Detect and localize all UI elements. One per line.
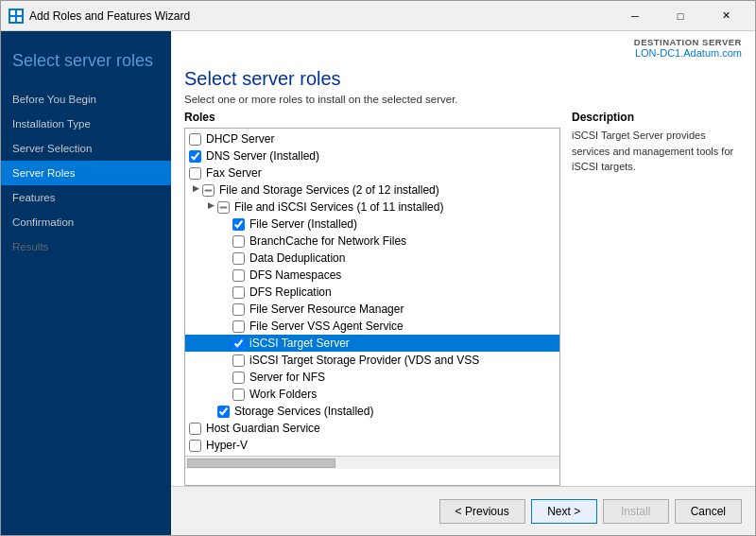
checkbox-dns[interactable]	[189, 150, 201, 163]
svg-rect-3	[17, 17, 22, 22]
role-label-dns: DNS Server (Installed)	[206, 149, 319, 163]
checkbox-fsrm[interactable]	[232, 303, 245, 316]
role-item-storage-svc[interactable]: Storage Services (Installed)	[185, 403, 559, 420]
sidebar-item-confirmation[interactable]: Confirmation	[1, 210, 171, 234]
svg-rect-0	[10, 10, 15, 15]
description-text: iSCSI Target Server provides services an…	[572, 128, 742, 175]
roles-list: DHCP ServerDNS Server (Installed)Fax Ser…	[185, 129, 559, 456]
sidebar-item-results: Results	[1, 234, 171, 259]
role-label-file-storage: File and Storage Services (2 of 12 insta…	[219, 183, 439, 197]
checkbox-dedup[interactable]	[232, 252, 245, 265]
role-item-dhcp[interactable]: DHCP Server	[185, 130, 559, 147]
role-item-file-iscsi[interactable]: ▶File and iSCSI Services (1 of 11 instal…	[185, 199, 559, 216]
role-item-dedup[interactable]: Data Deduplication	[185, 250, 559, 267]
checkbox-file-iscsi[interactable]	[217, 201, 230, 214]
svg-rect-2	[10, 17, 15, 22]
role-label-iscsi-provider: iSCSI Target Storage Provider (VDS and V…	[249, 354, 479, 367]
checkbox-work-folders[interactable]	[232, 389, 245, 401]
tree-toggle-file-iscsi[interactable]: ▶	[204, 200, 217, 214]
sidebar-title: Select server roles	[12, 50, 160, 72]
role-item-file-server[interactable]: File Server (Installed)	[185, 216, 559, 233]
scrollbar-track	[187, 458, 558, 468]
close-button[interactable]: ✕	[704, 1, 747, 31]
role-label-branchcache: BranchCache for Network Files	[249, 234, 406, 248]
role-item-fsrm[interactable]: File Server Resource Manager	[185, 301, 559, 318]
role-label-nfs: Server for NFS	[249, 371, 325, 384]
window-controls: ─ □ ✕	[613, 1, 747, 31]
tree-toggle-file-storage[interactable]: ▶	[189, 183, 202, 197]
role-item-iscsi-provider[interactable]: iSCSI Target Storage Provider (VDS and V…	[185, 352, 559, 369]
sidebar-item-installation-type[interactable]: Installation Type	[1, 112, 171, 136]
checkbox-branchcache[interactable]	[232, 235, 245, 248]
destination-server: LON-DC1.Adatum.com	[184, 47, 742, 59]
role-item-dns[interactable]: DNS Server (Installed)	[185, 147, 559, 164]
role-label-dfs-ns: DFS Namespaces	[249, 268, 341, 282]
description-label: Description	[572, 111, 742, 124]
role-item-guardian[interactable]: Host Guardian Service	[185, 420, 559, 437]
role-label-guardian: Host Guardian Service	[206, 422, 320, 435]
sidebar-nav: Before You Begin Installation Type Serve…	[1, 87, 171, 535]
checkbox-fax[interactable]	[189, 167, 201, 180]
role-item-dfs-ns[interactable]: DFS Namespaces	[185, 267, 559, 284]
sidebar-item-server-selection[interactable]: Server Selection	[1, 136, 171, 161]
role-item-nfs[interactable]: Server for NFS	[185, 369, 559, 386]
page-header: Select server roles Select one or more r…	[171, 61, 755, 111]
role-label-fax: Fax Server	[206, 166, 262, 180]
svg-rect-1	[17, 10, 22, 15]
checkbox-storage-svc[interactable]	[217, 406, 230, 418]
previous-button[interactable]: < Previous	[439, 499, 525, 524]
checkbox-iscsi-provider[interactable]	[232, 354, 245, 367]
sidebar-item-features[interactable]: Features	[1, 185, 171, 210]
checkbox-dfs-ns[interactable]	[232, 269, 245, 282]
description-panel: Description iSCSI Target Server provides…	[572, 111, 742, 486]
footer: < Previous Next > Install Cancel	[171, 486, 755, 535]
destination-label: DESTINATION SERVER	[184, 37, 742, 47]
roles-label: Roles	[184, 111, 560, 124]
role-label-iscsi-target: iSCSI Target Server	[249, 337, 350, 350]
install-button[interactable]: Install	[603, 499, 669, 524]
maximize-button[interactable]: □	[659, 1, 702, 31]
checkbox-fsvss[interactable]	[232, 320, 245, 333]
checkbox-iscsi-target[interactable]	[232, 337, 245, 350]
checkbox-dhcp[interactable]	[189, 133, 201, 146]
destination-info: DESTINATION SERVER LON-DC1.Adatum.com	[171, 31, 755, 61]
role-label-dhcp: DHCP Server	[206, 132, 274, 146]
app-icon	[9, 9, 24, 24]
roles-list-container[interactable]: DHCP ServerDNS Server (Installed)Fax Ser…	[184, 128, 560, 486]
checkbox-hyper-v[interactable]	[189, 440, 201, 452]
roles-area: Roles DHCP ServerDNS Server (Installed)F…	[171, 111, 755, 486]
horizontal-scrollbar[interactable]	[185, 456, 559, 469]
checkbox-file-storage[interactable]	[202, 184, 215, 197]
checkbox-file-server[interactable]	[232, 218, 245, 231]
page-description: Select one or more roles to install on t…	[184, 94, 742, 105]
scrollbar-thumb	[187, 458, 335, 468]
sidebar-item-before-you-begin[interactable]: Before You Begin	[1, 87, 171, 112]
page-title: Select server roles	[184, 68, 742, 90]
window-title: Add Roles and Features Wizard	[29, 9, 613, 23]
role-item-dfs-rep[interactable]: DFS Replication	[185, 284, 559, 301]
roles-panel: Roles DHCP ServerDNS Server (Installed)F…	[184, 111, 560, 486]
role-item-fax[interactable]: Fax Server	[185, 164, 559, 182]
cancel-button[interactable]: Cancel	[675, 499, 742, 524]
role-label-fsrm: File Server Resource Manager	[249, 303, 404, 316]
sidebar-item-server-roles[interactable]: Server Roles	[1, 161, 171, 185]
role-label-dedup: Data Deduplication	[249, 251, 345, 265]
role-item-branchcache[interactable]: BranchCache for Network Files	[185, 233, 559, 250]
minimize-button[interactable]: ─	[613, 1, 657, 31]
role-item-fsvss[interactable]: File Server VSS Agent Service	[185, 318, 559, 335]
role-item-iscsi-target[interactable]: iSCSI Target Server	[185, 335, 559, 352]
role-item-file-storage[interactable]: ▶File and Storage Services (2 of 12 inst…	[185, 182, 559, 199]
checkbox-guardian[interactable]	[189, 423, 201, 435]
next-button[interactable]: Next >	[531, 499, 597, 524]
role-label-storage-svc: Storage Services (Installed)	[234, 405, 373, 418]
sidebar-header: Select server roles	[1, 31, 171, 87]
checkbox-nfs[interactable]	[232, 372, 245, 384]
role-item-work-folders[interactable]: Work Folders	[185, 386, 559, 403]
role-item-hyper-v[interactable]: Hyper-V	[185, 437, 559, 454]
title-bar: Add Roles and Features Wizard ─ □ ✕	[1, 1, 755, 31]
role-label-hyper-v: Hyper-V	[206, 439, 248, 452]
role-label-file-iscsi: File and iSCSI Services (1 of 11 install…	[234, 200, 443, 214]
checkbox-dfs-rep[interactable]	[232, 286, 245, 299]
sidebar: Select server roles Before You Begin Ins…	[1, 31, 171, 535]
role-label-work-folders: Work Folders	[249, 388, 317, 401]
